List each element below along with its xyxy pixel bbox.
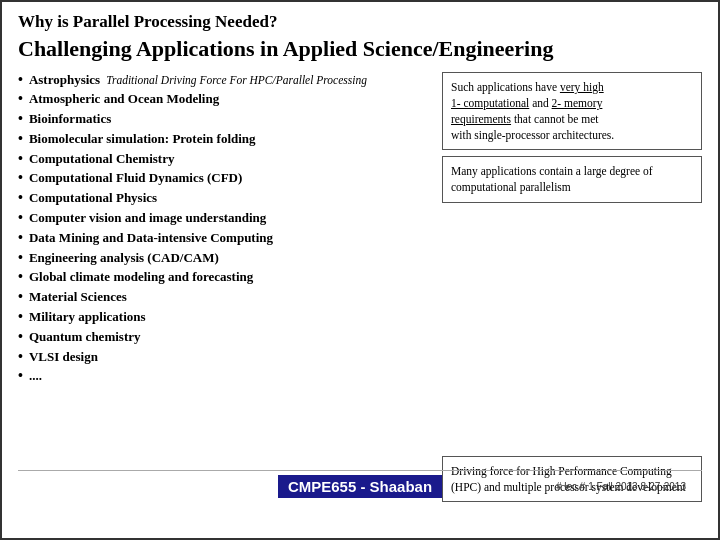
right-info-column: Such applications have very high 1- comp… <box>442 70 702 502</box>
list-item: Astrophysics Traditional Driving Force F… <box>18 70 432 90</box>
italic-note: Traditional Driving Force For HPC/Parall… <box>106 74 367 86</box>
applications-list: Astrophysics Traditional Driving Force F… <box>18 70 432 387</box>
slide-title: Why is Parallel Processing Needed? <box>18 12 702 32</box>
cmpe-badge: CMPE655 - Shaaban <box>278 475 442 498</box>
parallelism-text: Many applications contain a large degree… <box>451 165 653 193</box>
list-item: Computational Fluid Dynamics (CFD) <box>18 169 432 189</box>
slide: Why is Parallel Processing Needed? Chall… <box>0 0 720 540</box>
list-item: .... <box>18 367 432 387</box>
list-item: Computational Chemistry <box>18 149 432 169</box>
list-item: VLSI design <box>18 347 432 367</box>
list-item: Data Mining and Data-intensive Computing <box>18 228 432 248</box>
bullet-list-column: Astrophysics Traditional Driving Force F… <box>18 70 432 502</box>
list-item: Computer vision and image understanding <box>18 209 432 229</box>
list-item: Global climate modeling and forecasting <box>18 268 432 288</box>
section-title: Challenging Applications in Applied Scie… <box>18 36 702 62</box>
bottom-bar: CMPE655 - Shaaban # lec # 1 Fall 2013 8-… <box>18 470 702 502</box>
info-box-computational: Such applications have very high 1- comp… <box>442 72 702 150</box>
info-box-parallelism: Many applications contain a large degree… <box>442 156 702 202</box>
list-item: Quantum chemistry <box>18 327 432 347</box>
list-item: Material Sciences <box>18 288 432 308</box>
list-item: Engineering analysis (CAD/CAM) <box>18 248 432 268</box>
list-item: Military applications <box>18 308 432 328</box>
astrophysics-label: Astrophysics <box>29 72 100 88</box>
list-item: Computational Physics <box>18 189 432 209</box>
list-item: Biomolecular simulation: Protein folding <box>18 129 432 149</box>
list-item: Bioinformatics <box>18 110 432 130</box>
list-item: Atmospheric and Ocean Modeling <box>18 90 432 110</box>
bottom-info: # lec # 1 Fall 2013 8-27-2013 <box>556 481 686 492</box>
